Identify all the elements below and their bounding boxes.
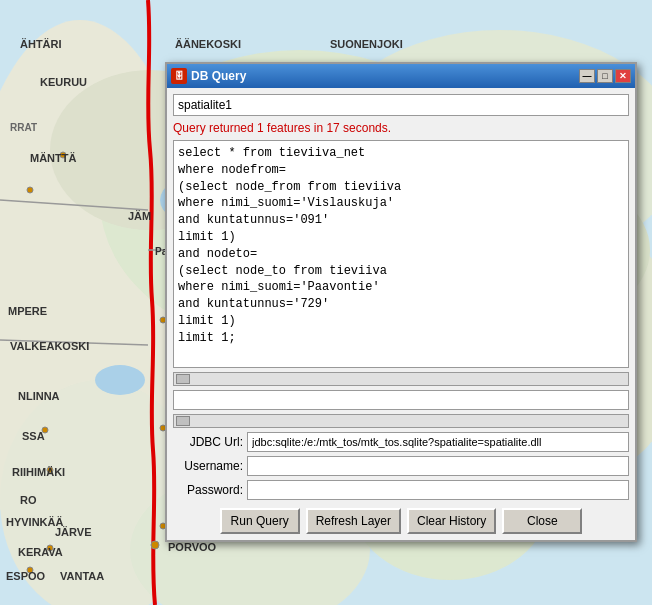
close-button[interactable]: Close <box>502 508 582 534</box>
map-label-aanekoski: ÄÄNEKOSKI <box>175 38 241 50</box>
password-row: Password: <box>173 480 629 500</box>
map-label-valkeakoski: VALKEAKOSKI <box>10 340 89 352</box>
password-input[interactable] <box>247 480 629 500</box>
username-row: Username: <box>173 456 629 476</box>
svg-point-15 <box>95 365 145 395</box>
query-scrollbar[interactable] <box>173 372 629 386</box>
title-bar-left: 🗄 DB Query <box>171 68 246 84</box>
jdbc-row: JDBC Url: <box>173 432 629 452</box>
connection-input[interactable] <box>173 94 629 116</box>
history-scrollbar[interactable] <box>173 414 629 428</box>
title-bar-buttons: — □ ✕ <box>579 69 631 83</box>
history-area[interactable] <box>173 390 629 410</box>
dialog-title-bar: 🗄 DB Query — □ ✕ <box>167 64 635 88</box>
dialog-title: DB Query <box>191 69 246 83</box>
map-label-ahtari: ÄHTÄRI <box>20 38 62 50</box>
status-text: Query returned 1 features in 17 seconds. <box>173 120 629 136</box>
map-label-nlinna: NLINNA <box>18 390 60 402</box>
history-scrollbar-thumb <box>176 416 190 426</box>
svg-point-23 <box>27 187 33 193</box>
map-label-suonenjoki: SUONENJOKI <box>330 38 403 50</box>
map-label-jarve: JÄRVE <box>55 526 91 538</box>
map-label-kerava: KERAVA <box>18 546 63 558</box>
username-label: Username: <box>173 459 243 473</box>
map-label-vantaa: VANTAA <box>60 570 104 582</box>
clear-history-button[interactable]: Clear History <box>407 508 496 534</box>
map-label-porvoo: PORVOO <box>168 541 216 553</box>
db-query-dialog: 🗄 DB Query — □ ✕ Query returned 1 featur… <box>165 62 637 542</box>
dialog-icon: 🗄 <box>171 68 187 84</box>
map-label-keuruu: KEURUU <box>40 76 87 88</box>
map-label-ro: RO <box>20 494 37 506</box>
connection-row <box>173 94 629 116</box>
dialog-minimize-button[interactable]: — <box>579 69 595 83</box>
dialog-maximize-button[interactable]: □ <box>597 69 613 83</box>
map-label-jam: JÄM <box>128 210 151 222</box>
map-label-mantta: MÄNTTÄ <box>30 152 76 164</box>
jdbc-label: JDBC Url: <box>173 435 243 449</box>
dialog-close-button[interactable]: ✕ <box>615 69 631 83</box>
query-editor[interactable] <box>173 140 629 368</box>
svg-point-28 <box>151 541 159 549</box>
username-input[interactable] <box>247 456 629 476</box>
map-label-mpere: MPERE <box>8 305 47 317</box>
password-label: Password: <box>173 483 243 497</box>
run-query-button[interactable]: Run Query <box>220 508 300 534</box>
map-label-ssa: SSA <box>22 430 45 442</box>
svg-line-19 <box>0 200 148 210</box>
button-row: Run Query Refresh Layer Clear History Cl… <box>173 508 629 534</box>
map-label-espoo: ESPOO <box>6 570 45 582</box>
jdbc-input[interactable] <box>247 432 629 452</box>
refresh-layer-button[interactable]: Refresh Layer <box>306 508 401 534</box>
map-label-rrat: RRAT <box>10 122 37 133</box>
dialog-content: Query returned 1 features in 17 seconds.… <box>167 88 635 540</box>
map-label-riihimaki: RIIHIMÄKI <box>12 466 65 478</box>
scrollbar-thumb <box>176 374 190 384</box>
